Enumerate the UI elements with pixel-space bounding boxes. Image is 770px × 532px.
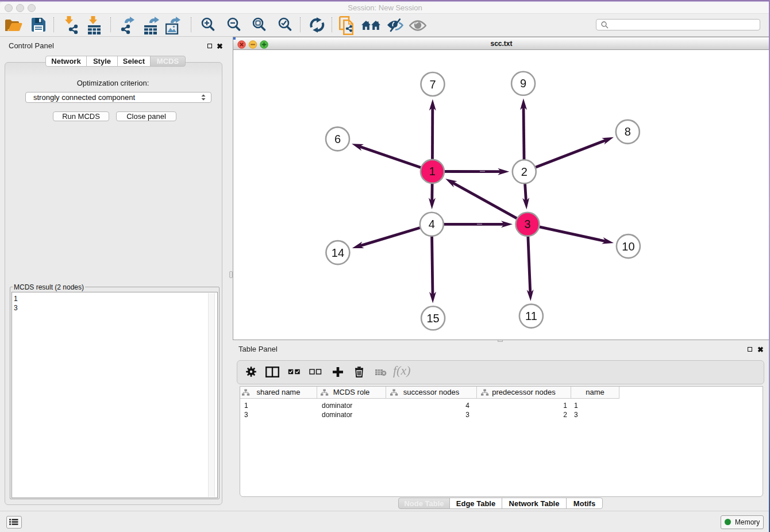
svg-text:7: 7 xyxy=(429,78,436,91)
svg-text:9: 9 xyxy=(520,77,526,90)
svg-text:2: 2 xyxy=(521,165,528,178)
svg-text:15: 15 xyxy=(426,312,439,325)
svg-text:4: 4 xyxy=(429,218,435,230)
svg-text:14: 14 xyxy=(332,246,344,259)
svg-text:10: 10 xyxy=(622,240,634,253)
svg-text:6: 6 xyxy=(334,133,341,145)
svg-text:8: 8 xyxy=(625,125,631,138)
svg-text:3: 3 xyxy=(524,218,530,230)
svg-text:1: 1 xyxy=(429,165,436,178)
svg-text:11: 11 xyxy=(525,310,537,322)
